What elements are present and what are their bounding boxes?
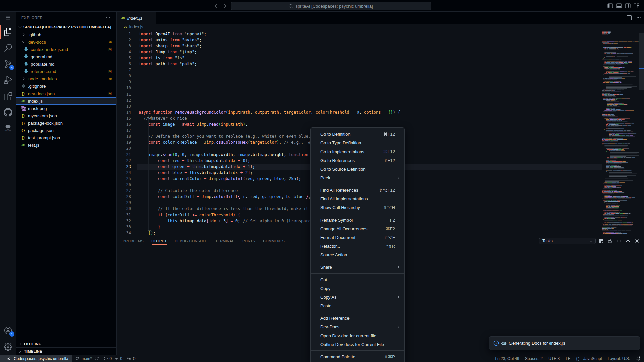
branch-indicator[interactable]: main* bbox=[76, 356, 99, 361]
tree-item-test-js[interactable]: JStest.js bbox=[16, 141, 116, 149]
menu-item-cut[interactable]: Cut bbox=[311, 275, 404, 284]
tab-index-js[interactable]: JS index.js bbox=[117, 12, 156, 24]
git-branch-icon bbox=[76, 356, 80, 361]
menu-item-change-all-occurrences[interactable]: Change All Occurrences⌘F2 bbox=[311, 224, 404, 233]
tree-item-mycustom-json[interactable]: {}mycustom.json bbox=[16, 112, 116, 119]
tree-item-test-prompt-json[interactable]: {}test_prompt.json bbox=[16, 134, 116, 141]
maximize-panel-icon[interactable] bbox=[625, 238, 631, 244]
notification-toast[interactable]: Generating Docs for /index.js bbox=[489, 336, 640, 350]
encoding[interactable]: UTF-8 bbox=[548, 356, 560, 361]
editor-scrollbar[interactable] bbox=[639, 30, 644, 235]
split-editor-icon[interactable] bbox=[626, 15, 632, 21]
tree-item-populate-md[interactable]: populate.md bbox=[16, 60, 116, 68]
sidebar-section-outline[interactable]: OUTLINE bbox=[16, 340, 116, 347]
menu-item-share[interactable]: Share bbox=[311, 263, 404, 272]
minimap[interactable] bbox=[602, 30, 639, 235]
notification-bell-icon[interactable] bbox=[636, 356, 641, 361]
panel-more-icon[interactable] bbox=[616, 238, 622, 244]
customize-layout-icon[interactable] bbox=[634, 3, 639, 9]
menu-item-go-to-implementations[interactable]: Go to Implementations⌘F12 bbox=[311, 147, 404, 156]
menu-item-peek[interactable]: Peek bbox=[311, 173, 404, 182]
command-center-search[interactable]: spriteAI [Codespaces: psychic umbrella] bbox=[231, 2, 431, 10]
eol[interactable]: LF bbox=[566, 356, 570, 361]
menu-item-outline-dev-docs-for-current-file[interactable]: Outline Dev-docs for Current File bbox=[311, 340, 404, 349]
tree-item-package-json[interactable]: {}package.json bbox=[16, 127, 116, 134]
breadcrumb-more[interactable]: … bbox=[151, 25, 155, 29]
toggle-panel-icon[interactable] bbox=[616, 3, 622, 9]
menu-item-go-to-type-definition[interactable]: Go to Type Definition bbox=[311, 138, 404, 147]
sidebar-item-explorer[interactable] bbox=[0, 24, 16, 40]
menu-item-command-palette[interactable]: Command Palette...⇧⌘P bbox=[311, 352, 404, 361]
toggle-sidebar-icon[interactable] bbox=[607, 3, 613, 9]
nav-back-icon[interactable] bbox=[212, 2, 220, 10]
panel-tab-output[interactable]: OUTPUT bbox=[152, 235, 167, 247]
menu-item-go-to-definition[interactable]: Go to Definition⌘F12 bbox=[311, 130, 404, 138]
tree-item-context-index-js-md[interactable]: context-index.js.mdM bbox=[16, 46, 116, 53]
tree-item-dev-docs[interactable]: dev-docs bbox=[16, 38, 116, 46]
editor-more-icon[interactable] bbox=[636, 15, 641, 20]
output-channel-select[interactable]: Tasks bbox=[539, 238, 596, 244]
explorer-more-icon[interactable] bbox=[105, 15, 111, 20]
sidebar-item-dev-docs[interactable]: Dev-Docs bbox=[0, 120, 16, 136]
sidebar-item-extensions[interactable] bbox=[0, 88, 16, 104]
menu-item-copy[interactable]: Copy bbox=[311, 284, 404, 293]
keyboard-layout[interactable]: Layout: U.S. bbox=[608, 356, 630, 361]
tree-root-folder[interactable]: SPRITEAI [CODESPACES: PSYCHIC UMBRELLA] bbox=[16, 23, 116, 31]
language-mode[interactable]: { } JavaScript bbox=[576, 356, 602, 361]
breadcrumb-file[interactable]: index.js bbox=[129, 25, 143, 29]
tree-item-dev-docs-json[interactable]: {}dev-docs.jsonM bbox=[16, 90, 116, 97]
menu-item-paste[interactable]: Paste bbox=[311, 301, 404, 310]
menu-item-go-to-source-definition[interactable]: Go to Source Definition bbox=[311, 165, 404, 173]
tree-item-index-js[interactable]: JSindex.js bbox=[16, 97, 116, 105]
nav-forward-icon[interactable] bbox=[221, 2, 229, 10]
tree-item-reference-md[interactable]: reference.mdM bbox=[16, 68, 116, 75]
menu-item-source-action[interactable]: Source Action... bbox=[311, 250, 404, 259]
indentation[interactable]: Spaces: 2 bbox=[525, 356, 543, 361]
menu-item-open-dev-doc-for-current-file[interactable]: Open Dev-doc for current file bbox=[311, 331, 404, 340]
settings-gear-icon[interactable] bbox=[0, 339, 16, 355]
ports-indicator[interactable]: 0 bbox=[127, 356, 136, 361]
problems-indicator[interactable]: 0 0 bbox=[104, 356, 122, 361]
sidebar-item-source-control[interactable]: 4 bbox=[0, 56, 16, 72]
sidebar-section-timeline[interactable]: TIMELINE bbox=[16, 347, 116, 355]
sidebar-item-github[interactable] bbox=[0, 104, 16, 120]
panel-tab-ports[interactable]: PORTS bbox=[242, 235, 255, 247]
accounts-icon[interactable]: 1 bbox=[0, 322, 16, 339]
git-modified-badge: M bbox=[108, 46, 112, 53]
sidebar-item-search[interactable] bbox=[0, 40, 16, 56]
menu-icon[interactable] bbox=[0, 12, 16, 24]
lock-icon[interactable] bbox=[607, 238, 612, 243]
panel-tab-problems[interactable]: PROBLEMS bbox=[123, 235, 144, 247]
panel-tab-debug-console[interactable]: DEBUG CONSOLE bbox=[175, 235, 207, 247]
menu-item-refactor[interactable]: Refactor...^⇧R bbox=[311, 242, 404, 250]
tree-item--github[interactable]: .github bbox=[16, 31, 116, 38]
sidebar-item-run-debug[interactable] bbox=[0, 72, 16, 88]
menu-item-go-to-references[interactable]: Go to References⇧F12 bbox=[311, 156, 404, 165]
tree-item-node-modules[interactable]: node_modules bbox=[16, 75, 116, 82]
menu-item-add-reference[interactable]: Add Reference bbox=[311, 314, 404, 322]
tree-item--gitignore[interactable]: .gitignore bbox=[16, 82, 116, 90]
tree-item-package-lock-json[interactable]: {}package-lock.json bbox=[16, 119, 116, 127]
remote-indicator[interactable]: Codespaces: psychic umbrella bbox=[0, 355, 72, 362]
menu-item-dev-docs[interactable]: Dev-Docs bbox=[311, 322, 404, 331]
line-number: 3 bbox=[117, 43, 131, 49]
menu-item-format-document[interactable]: Format Document⇧⌥F bbox=[311, 233, 404, 242]
close-panel-icon[interactable] bbox=[634, 238, 640, 244]
menu-item-find-all-references[interactable]: Find All References⇧⌥F12 bbox=[311, 186, 404, 194]
menu-item-rename-symbol[interactable]: Rename SymbolF2 bbox=[311, 216, 404, 224]
clear-output-icon[interactable] bbox=[598, 238, 604, 244]
menu-item-find-all-implementations[interactable]: Find All Implementations bbox=[311, 194, 404, 203]
cursor-position[interactable]: Ln 23, Col 49 bbox=[495, 356, 519, 361]
menu-item-show-call-hierarchy[interactable]: Show Call Hierarchy⇧⌥H bbox=[311, 203, 404, 212]
panel-tab-terminal[interactable]: TERMINAL bbox=[215, 235, 234, 247]
menu-separator bbox=[311, 273, 404, 274]
tab-close-icon[interactable] bbox=[147, 16, 152, 20]
toggle-secondary-sidebar-icon[interactable] bbox=[625, 3, 631, 9]
menu-item-copy-as[interactable]: Copy As bbox=[311, 293, 404, 301]
panel-tab-comments[interactable]: COMMENTS bbox=[263, 235, 285, 247]
ports-count: 0 bbox=[133, 356, 136, 361]
scrollbar-slider[interactable] bbox=[639, 33, 644, 90]
tree-item-general-md[interactable]: general.md bbox=[16, 53, 116, 60]
tree-item-mask-png[interactable]: mask.png bbox=[16, 105, 116, 112]
sync-icon[interactable] bbox=[95, 356, 99, 361]
